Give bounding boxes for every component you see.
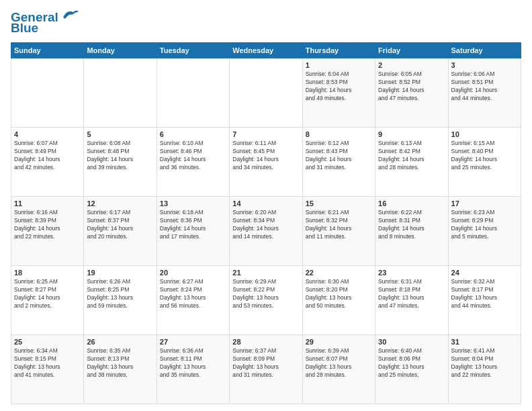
day-cell-19: 19Sunrise: 6:26 AMSunset: 8:25 PMDayligh…: [84, 266, 157, 335]
day-info: Sunrise: 6:41 AMSunset: 8:04 PMDaylight:…: [451, 347, 518, 379]
day-number: 20: [160, 269, 226, 277]
day-cell-28: 28Sunrise: 6:37 AMSunset: 8:09 PMDayligh…: [230, 335, 302, 404]
day-cell-15: 15Sunrise: 6:21 AMSunset: 8:32 PMDayligh…: [302, 197, 375, 266]
weekday-header-row: SundayMondayTuesdayWednesdayThursdayFrid…: [11, 43, 521, 58]
day-cell-25: 25Sunrise: 6:34 AMSunset: 8:15 PMDayligh…: [11, 335, 84, 404]
weekday-monday: Monday: [84, 43, 157, 58]
empty-cell: [157, 58, 229, 128]
day-info: Sunrise: 6:29 AMSunset: 8:22 PMDaylight:…: [232, 278, 299, 310]
day-info: Sunrise: 6:30 AMSunset: 8:20 PMDaylight:…: [306, 278, 372, 310]
day-number: 2: [378, 61, 445, 69]
day-cell-2: 2Sunrise: 6:05 AMSunset: 8:52 PMDaylight…: [375, 58, 448, 128]
day-cell-8: 8Sunrise: 6:12 AMSunset: 8:43 PMDaylight…: [302, 128, 375, 197]
day-number: 3: [451, 61, 518, 69]
day-number: 26: [87, 338, 153, 346]
day-number: 11: [14, 199, 81, 208]
day-number: 21: [232, 269, 299, 277]
day-number: 6: [160, 130, 226, 138]
logo: General Blue: [11, 11, 80, 36]
day-number: 24: [451, 269, 518, 277]
empty-cell: [11, 58, 84, 128]
day-number: 10: [451, 130, 518, 138]
day-number: 17: [451, 199, 518, 208]
day-number: 14: [232, 199, 299, 208]
day-info: Sunrise: 6:35 AMSunset: 8:13 PMDaylight:…: [87, 347, 153, 379]
day-cell-30: 30Sunrise: 6:40 AMSunset: 8:06 PMDayligh…: [375, 335, 448, 404]
day-info: Sunrise: 6:16 AMSunset: 8:39 PMDaylight:…: [14, 209, 81, 241]
day-number: 8: [306, 130, 372, 138]
day-number: 15: [306, 199, 372, 208]
empty-cell: [84, 58, 157, 128]
day-info: Sunrise: 6:40 AMSunset: 8:06 PMDaylight:…: [378, 347, 445, 379]
day-number: 25: [14, 338, 81, 346]
day-info: Sunrise: 6:05 AMSunset: 8:52 PMDaylight:…: [378, 71, 445, 103]
day-cell-11: 11Sunrise: 6:16 AMSunset: 8:39 PMDayligh…: [11, 197, 84, 266]
week-row-3: 11Sunrise: 6:16 AMSunset: 8:39 PMDayligh…: [11, 197, 521, 266]
day-number: 27: [160, 338, 226, 346]
day-number: 16: [378, 199, 445, 208]
day-cell-14: 14Sunrise: 6:20 AMSunset: 8:34 PMDayligh…: [230, 197, 302, 266]
day-info: Sunrise: 6:18 AMSunset: 8:36 PMDaylight:…: [160, 209, 226, 241]
weekday-friday: Friday: [375, 43, 448, 58]
day-cell-26: 26Sunrise: 6:35 AMSunset: 8:13 PMDayligh…: [84, 335, 157, 404]
header: General Blue: [11, 11, 521, 36]
day-info: Sunrise: 6:21 AMSunset: 8:32 PMDaylight:…: [306, 209, 372, 241]
weekday-thursday: Thursday: [302, 43, 375, 58]
day-info: Sunrise: 6:22 AMSunset: 8:31 PMDaylight:…: [378, 209, 445, 241]
day-number: 4: [14, 130, 81, 138]
empty-cell: [230, 58, 302, 128]
day-info: Sunrise: 6:13 AMSunset: 8:42 PMDaylight:…: [378, 140, 445, 172]
page: General Blue SundayMondayTuesdayWednesda…: [0, 0, 532, 411]
weekday-wednesday: Wednesday: [230, 43, 302, 58]
day-cell-21: 21Sunrise: 6:29 AMSunset: 8:22 PMDayligh…: [230, 266, 302, 335]
day-cell-4: 4Sunrise: 6:07 AMSunset: 8:49 PMDaylight…: [11, 128, 84, 197]
week-row-4: 18Sunrise: 6:25 AMSunset: 8:27 PMDayligh…: [11, 266, 521, 335]
day-cell-17: 17Sunrise: 6:23 AMSunset: 8:29 PMDayligh…: [448, 197, 521, 266]
day-cell-18: 18Sunrise: 6:25 AMSunset: 8:27 PMDayligh…: [11, 266, 84, 335]
day-cell-7: 7Sunrise: 6:11 AMSunset: 8:45 PMDaylight…: [230, 128, 302, 197]
day-cell-5: 5Sunrise: 6:08 AMSunset: 8:48 PMDaylight…: [84, 128, 157, 197]
day-cell-6: 6Sunrise: 6:10 AMSunset: 8:46 PMDaylight…: [157, 128, 229, 197]
day-cell-23: 23Sunrise: 6:31 AMSunset: 8:18 PMDayligh…: [375, 266, 448, 335]
day-cell-9: 9Sunrise: 6:13 AMSunset: 8:42 PMDaylight…: [375, 128, 448, 197]
day-number: 29: [306, 338, 372, 346]
day-cell-13: 13Sunrise: 6:18 AMSunset: 8:36 PMDayligh…: [157, 197, 229, 266]
day-cell-16: 16Sunrise: 6:22 AMSunset: 8:31 PMDayligh…: [375, 197, 448, 266]
week-row-2: 4Sunrise: 6:07 AMSunset: 8:49 PMDaylight…: [11, 128, 521, 197]
day-number: 1: [306, 61, 372, 69]
weekday-saturday: Saturday: [448, 43, 521, 58]
day-cell-29: 29Sunrise: 6:39 AMSunset: 8:07 PMDayligh…: [302, 335, 375, 404]
day-cell-1: 1Sunrise: 6:04 AMSunset: 8:53 PMDaylight…: [302, 58, 375, 128]
day-cell-12: 12Sunrise: 6:17 AMSunset: 8:37 PMDayligh…: [84, 197, 157, 266]
day-number: 22: [306, 269, 372, 277]
day-cell-22: 22Sunrise: 6:30 AMSunset: 8:20 PMDayligh…: [302, 266, 375, 335]
day-number: 28: [232, 338, 299, 346]
day-info: Sunrise: 6:36 AMSunset: 8:11 PMDaylight:…: [160, 347, 226, 379]
day-cell-10: 10Sunrise: 6:15 AMSunset: 8:40 PMDayligh…: [448, 128, 521, 197]
day-info: Sunrise: 6:04 AMSunset: 8:53 PMDaylight:…: [306, 71, 372, 103]
day-info: Sunrise: 6:07 AMSunset: 8:49 PMDaylight:…: [14, 140, 81, 172]
weekday-tuesday: Tuesday: [157, 43, 229, 58]
day-number: 13: [160, 199, 226, 208]
day-info: Sunrise: 6:26 AMSunset: 8:25 PMDaylight:…: [87, 278, 153, 310]
day-cell-3: 3Sunrise: 6:06 AMSunset: 8:51 PMDaylight…: [448, 58, 521, 128]
day-number: 12: [87, 199, 153, 208]
day-info: Sunrise: 6:27 AMSunset: 8:24 PMDaylight:…: [160, 278, 226, 310]
day-number: 18: [14, 269, 81, 277]
week-row-5: 25Sunrise: 6:34 AMSunset: 8:15 PMDayligh…: [11, 335, 521, 404]
day-number: 9: [378, 130, 445, 138]
day-info: Sunrise: 6:10 AMSunset: 8:46 PMDaylight:…: [160, 140, 226, 172]
weekday-sunday: Sunday: [11, 43, 84, 58]
day-info: Sunrise: 6:25 AMSunset: 8:27 PMDaylight:…: [14, 278, 81, 310]
day-info: Sunrise: 6:17 AMSunset: 8:37 PMDaylight:…: [87, 209, 153, 241]
day-info: Sunrise: 6:15 AMSunset: 8:40 PMDaylight:…: [451, 140, 518, 172]
day-info: Sunrise: 6:31 AMSunset: 8:18 PMDaylight:…: [378, 278, 445, 310]
day-info: Sunrise: 6:11 AMSunset: 8:45 PMDaylight:…: [232, 140, 299, 172]
day-info: Sunrise: 6:37 AMSunset: 8:09 PMDaylight:…: [232, 347, 299, 379]
day-number: 19: [87, 269, 153, 277]
day-number: 30: [378, 338, 445, 346]
day-cell-27: 27Sunrise: 6:36 AMSunset: 8:11 PMDayligh…: [157, 335, 229, 404]
logo-blue: Blue: [11, 21, 38, 36]
day-number: 23: [378, 269, 445, 277]
calendar-table: SundayMondayTuesdayWednesdayThursdayFrid…: [11, 42, 521, 404]
